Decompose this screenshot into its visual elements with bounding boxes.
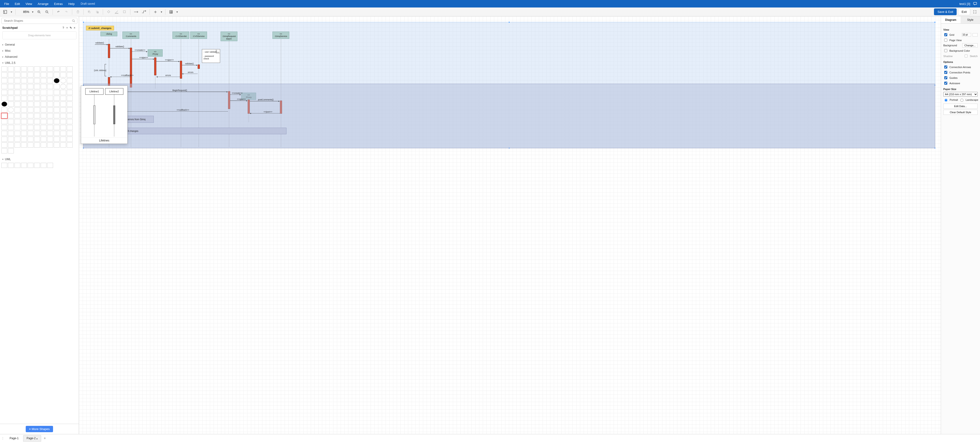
shape-cell[interactable]	[60, 119, 66, 124]
activation[interactable]	[108, 44, 110, 58]
shape-cell[interactable]	[47, 66, 53, 72]
shape-cell[interactable]	[2, 84, 7, 89]
shape-cell[interactable]	[21, 137, 27, 142]
shape-cell[interactable]	[2, 78, 7, 83]
shape-cell[interactable]	[67, 142, 73, 148]
shape-cell[interactable]	[21, 102, 27, 107]
shape-cell[interactable]	[27, 113, 33, 118]
more-shapes-button[interactable]: + More Shapes	[26, 426, 53, 432]
line-color-icon[interactable]	[113, 9, 120, 15]
shape-cell[interactable]	[21, 84, 27, 89]
shape-cell[interactable]	[14, 125, 20, 130]
shape-cell[interactable]	[8, 131, 14, 136]
shape-cell[interactable]	[60, 78, 66, 83]
shape-cell[interactable]	[21, 72, 27, 77]
shape-cell[interactable]	[41, 113, 46, 118]
shape-cell[interactable]	[67, 107, 73, 112]
shape-cell[interactable]	[54, 131, 60, 136]
grid-color-swatch[interactable]	[972, 33, 978, 37]
shape-cell[interactable]	[8, 125, 14, 130]
zoom-out-icon[interactable]	[44, 9, 50, 15]
shape-cell[interactable]	[2, 96, 7, 101]
to-front-icon[interactable]	[86, 9, 92, 15]
lifeline-cvsservlet[interactable]: <>:CVSServlet	[172, 32, 189, 39]
pageview-checkbox[interactable]	[944, 38, 947, 41]
portrait-radio[interactable]	[945, 99, 948, 102]
shape-cell[interactable]	[41, 72, 46, 77]
shape-cell[interactable]	[47, 125, 53, 130]
shape-cell[interactable]	[21, 142, 27, 148]
shape-cell[interactable]	[8, 119, 14, 124]
shape-cell[interactable]	[60, 66, 66, 72]
shape-cell[interactable]	[60, 131, 66, 136]
shape-cell[interactable]	[27, 102, 33, 107]
lifeline-dialog[interactable]: :dialog	[100, 32, 117, 36]
shape-cell[interactable]	[2, 148, 7, 153]
fullscreen-icon[interactable]	[972, 9, 978, 15]
to-back-icon[interactable]	[94, 9, 100, 15]
fill-color-icon[interactable]	[105, 9, 112, 15]
shape-cell[interactable]	[8, 84, 14, 89]
shape-cell[interactable]	[34, 163, 40, 168]
activation[interactable]	[154, 57, 156, 75]
shape-cell[interactable]	[41, 131, 46, 136]
shape-cell[interactable]	[54, 84, 60, 89]
opt-errors[interactable]: errors from Gimq	[126, 116, 154, 123]
shape-cell[interactable]	[34, 84, 40, 89]
shape-cell[interactable]	[2, 90, 7, 95]
shape-cell[interactable]	[8, 72, 14, 77]
shape-cell[interactable]	[21, 163, 27, 168]
opt-changes[interactable]: ll changes	[126, 128, 286, 134]
shape-cell[interactable]	[14, 163, 20, 168]
lifeline-comments[interactable]: <>:Comments	[123, 32, 139, 39]
sidebar-toggle-caret-icon[interactable]: ▾	[10, 9, 13, 15]
shape-cell[interactable]	[8, 148, 14, 153]
shape-cell[interactable]	[34, 96, 40, 101]
shape-cell[interactable]	[21, 113, 27, 118]
grid-checkbox[interactable]	[944, 33, 947, 36]
shape-cell[interactable]	[67, 102, 73, 107]
zoom-input[interactable]	[18, 10, 30, 14]
shape-cell[interactable]	[67, 84, 73, 89]
shape-cell[interactable]	[60, 90, 66, 95]
shape-cell[interactable]	[41, 107, 46, 112]
canvas[interactable]: rt submit_changes :dialog <>:Comments <>…	[79, 16, 941, 434]
shape-cell[interactable]	[47, 142, 53, 148]
shape-cell[interactable]	[14, 66, 20, 72]
shape-cell[interactable]	[47, 107, 53, 112]
zoom-in-icon[interactable]	[36, 9, 42, 15]
delete-icon[interactable]	[75, 9, 81, 15]
shape-cell[interactable]	[47, 72, 53, 77]
shape-cell[interactable]	[34, 72, 40, 77]
grid-size-input[interactable]	[962, 33, 971, 37]
shape-cell[interactable]	[41, 78, 46, 83]
shape-cell[interactable]	[2, 102, 7, 107]
menu-file[interactable]: File	[2, 1, 11, 7]
shape-cell[interactable]	[27, 137, 33, 142]
shape-cell[interactable]	[14, 78, 20, 83]
shape-cell[interactable]	[54, 78, 60, 83]
shape-cell[interactable]	[8, 113, 14, 118]
scratchpad-close-icon[interactable]: ×	[73, 26, 76, 29]
shape-cell[interactable]	[34, 131, 40, 136]
shape-cell[interactable]	[27, 66, 33, 72]
activation[interactable]	[130, 48, 132, 88]
shape-cell[interactable]	[54, 142, 60, 148]
shape-cell[interactable]	[2, 125, 7, 130]
shape-cell[interactable]	[14, 84, 20, 89]
menu-edit[interactable]: Edit	[13, 1, 22, 7]
exit-button[interactable]: Exit	[958, 8, 970, 15]
shape-cell[interactable]	[41, 119, 46, 124]
shape-cell[interactable]	[60, 107, 66, 112]
shape-cell[interactable]	[67, 72, 73, 77]
shape-cell[interactable]	[14, 107, 20, 112]
pages-menu-icon[interactable]: ⋮	[2, 437, 4, 440]
shape-cell[interactable]	[41, 90, 46, 95]
waypoints-icon[interactable]	[141, 9, 147, 15]
table-icon[interactable]	[168, 9, 174, 15]
paper-size-select[interactable]: A4 (210 mm x 297 mm)	[943, 92, 978, 97]
shape-cell[interactable]	[2, 163, 7, 168]
lifeline-cvsservice[interactable]: <>:CVSService	[190, 32, 207, 39]
shape-cell[interactable]	[34, 66, 40, 72]
shape-cell[interactable]	[14, 113, 20, 118]
